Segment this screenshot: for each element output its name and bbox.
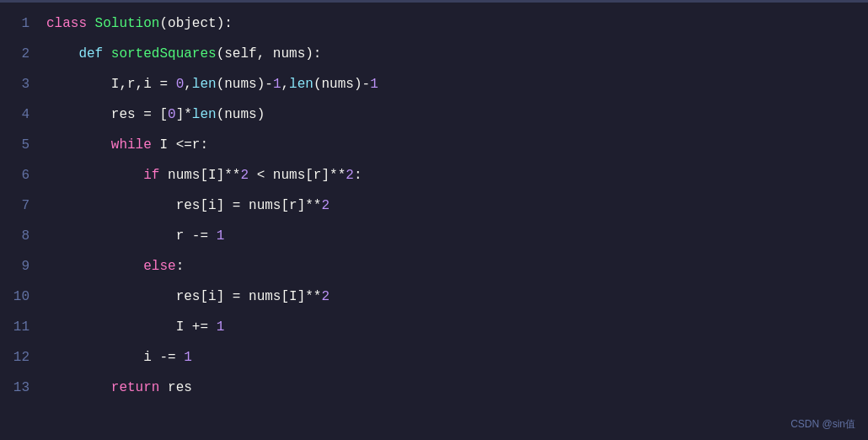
token: 2 bbox=[321, 198, 330, 213]
token: return bbox=[111, 380, 160, 395]
line-number: 10 bbox=[0, 282, 46, 312]
code-line: 11 I += 1 bbox=[0, 312, 868, 342]
line-content: def sortedSquares(self, nums): bbox=[46, 39, 321, 69]
line-number: 1 bbox=[0, 8, 46, 39]
token: , bbox=[184, 77, 192, 92]
token: 0 bbox=[168, 107, 176, 122]
token: < nums[r]** bbox=[249, 168, 346, 183]
line-content: else: bbox=[46, 251, 184, 282]
line-content: I += 1 bbox=[46, 312, 224, 342]
line-number: 4 bbox=[0, 99, 46, 130]
token: 1 bbox=[370, 77, 378, 92]
top-border bbox=[0, 0, 868, 3]
line-number: 2 bbox=[0, 39, 46, 69]
code-line: 6 if nums[I]**2 < nums[r]**2: bbox=[0, 160, 868, 190]
line-number: 11 bbox=[0, 312, 46, 342]
token: res[i] = nums[r]** bbox=[46, 198, 321, 213]
token: res bbox=[159, 380, 191, 395]
token: (nums)- bbox=[313, 77, 370, 92]
code-line: 4 res = [0]*len(nums) bbox=[0, 99, 868, 130]
code-line: 13 return res bbox=[0, 373, 868, 403]
line-content: I,r,i = 0,len(nums)-1,len(nums)-1 bbox=[46, 69, 378, 99]
token: 1 bbox=[184, 350, 192, 365]
token: (nums) bbox=[217, 107, 265, 122]
token: : bbox=[354, 168, 362, 183]
token: 0 bbox=[176, 77, 185, 92]
watermark: CSDN @sin值 bbox=[790, 417, 855, 432]
code-line: 8 r -= 1 bbox=[0, 221, 868, 251]
line-content: while I <=r: bbox=[46, 130, 208, 160]
token: 2 bbox=[240, 168, 249, 183]
token: def bbox=[46, 46, 111, 62]
code-line: 7 res[i] = nums[r]**2 bbox=[0, 190, 868, 221]
token: while bbox=[111, 137, 152, 153]
token: len bbox=[289, 77, 313, 92]
token: sortedSquares bbox=[111, 46, 217, 62]
line-number: 12 bbox=[0, 342, 46, 373]
token bbox=[46, 259, 143, 274]
code-line: 12 i -= 1 bbox=[0, 342, 868, 373]
token bbox=[46, 168, 143, 183]
code-line: 1class Solution(object): bbox=[0, 8, 868, 39]
token: ]* bbox=[176, 107, 192, 122]
line-number: 3 bbox=[0, 69, 46, 99]
line-content: r -= 1 bbox=[46, 221, 224, 251]
token: if bbox=[143, 168, 159, 183]
token: 1 bbox=[217, 228, 225, 244]
line-number: 5 bbox=[0, 130, 46, 160]
line-content: return res bbox=[46, 373, 192, 403]
token bbox=[46, 380, 111, 395]
line-content: res = [0]*len(nums) bbox=[46, 99, 265, 130]
token: 1 bbox=[217, 319, 225, 335]
token: I,r,i = bbox=[46, 77, 176, 92]
code-lines: 1class Solution(object):2 def sortedSqua… bbox=[0, 8, 868, 403]
token: (object): bbox=[159, 16, 232, 31]
token: len bbox=[192, 107, 217, 122]
line-content: class Solution(object): bbox=[46, 8, 233, 39]
token: class bbox=[46, 16, 95, 31]
token: i -= bbox=[46, 350, 184, 365]
token bbox=[46, 137, 111, 153]
line-number: 8 bbox=[0, 221, 46, 251]
token: : bbox=[176, 259, 185, 274]
line-number: 9 bbox=[0, 251, 46, 282]
line-content: if nums[I]**2 < nums[r]**2: bbox=[46, 160, 362, 190]
token: res[i] = nums[I]** bbox=[46, 289, 321, 304]
token: I += bbox=[46, 319, 217, 335]
token: r -= bbox=[46, 228, 217, 244]
line-number: 6 bbox=[0, 160, 46, 190]
code-editor: 1class Solution(object):2 def sortedSqua… bbox=[0, 0, 868, 440]
token: , bbox=[281, 77, 289, 92]
token: nums[I]** bbox=[159, 168, 240, 183]
line-number: 13 bbox=[0, 373, 46, 403]
token: I <=r: bbox=[152, 137, 208, 153]
line-content: res[i] = nums[I]**2 bbox=[46, 282, 330, 312]
token: 2 bbox=[346, 168, 354, 183]
token: len bbox=[192, 77, 217, 92]
line-number: 7 bbox=[0, 190, 46, 221]
line-content: i -= 1 bbox=[46, 342, 192, 373]
token: (self, nums): bbox=[217, 46, 322, 62]
token: res = [ bbox=[46, 107, 168, 122]
line-content: res[i] = nums[r]**2 bbox=[46, 190, 330, 221]
code-line: 2 def sortedSquares(self, nums): bbox=[0, 39, 868, 69]
code-line: 9 else: bbox=[0, 251, 868, 282]
token: Solution bbox=[95, 16, 160, 31]
token: 2 bbox=[321, 289, 330, 304]
code-line: 3 I,r,i = 0,len(nums)-1,len(nums)-1 bbox=[0, 69, 868, 99]
code-line: 5 while I <=r: bbox=[0, 130, 868, 160]
token: else bbox=[143, 259, 175, 274]
code-line: 10 res[i] = nums[I]**2 bbox=[0, 282, 868, 312]
token: (nums)- bbox=[217, 77, 273, 92]
